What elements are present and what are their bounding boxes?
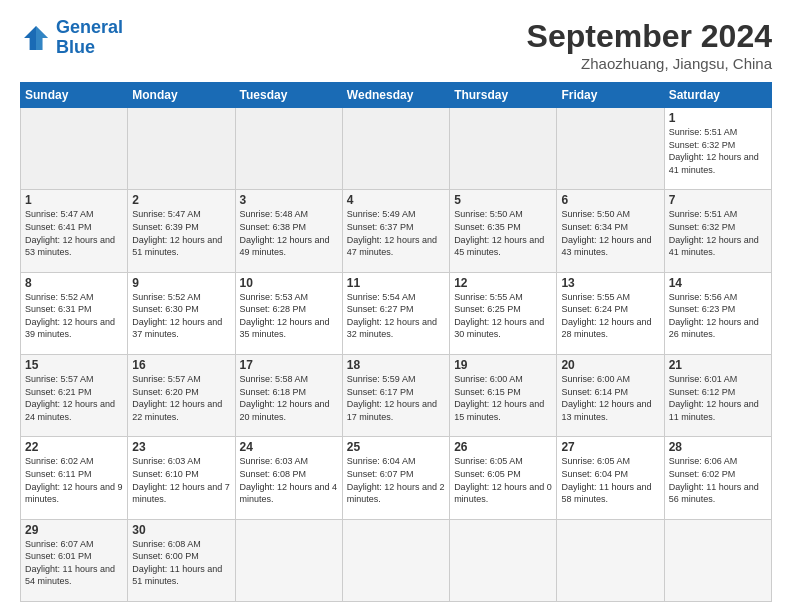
calendar-cell: 12 Sunrise: 5:55 AM Sunset: 6:25 PM Dayl… [450,272,557,354]
day-info: Sunrise: 5:52 AM Sunset: 6:31 PM Dayligh… [25,291,123,341]
subtitle: Zhaozhuang, Jiangsu, China [527,55,772,72]
day-number: 1 [669,111,767,125]
calendar-cell [128,108,235,190]
calendar-day-header: Wednesday [342,83,449,108]
day-number: 24 [240,440,338,454]
day-number: 4 [347,193,445,207]
day-info: Sunrise: 6:03 AM Sunset: 6:08 PM Dayligh… [240,455,338,505]
calendar-cell: 29 Sunrise: 6:07 AM Sunset: 6:01 PM Dayl… [21,519,128,601]
calendar-cell [342,519,449,601]
day-number: 22 [25,440,123,454]
day-number: 2 [132,193,230,207]
calendar-cell: 4 Sunrise: 5:49 AM Sunset: 6:37 PM Dayli… [342,190,449,272]
logo: General Blue [20,18,123,58]
day-info: Sunrise: 6:03 AM Sunset: 6:10 PM Dayligh… [132,455,230,505]
day-number: 30 [132,523,230,537]
page: General Blue September 2024 Zhaozhuang, … [0,0,792,612]
calendar-cell: 17 Sunrise: 5:58 AM Sunset: 6:18 PM Dayl… [235,354,342,436]
day-info: Sunrise: 6:00 AM Sunset: 6:15 PM Dayligh… [454,373,552,423]
day-number: 27 [561,440,659,454]
calendar-cell [450,519,557,601]
calendar-cell: 10 Sunrise: 5:53 AM Sunset: 6:28 PM Dayl… [235,272,342,354]
day-info: Sunrise: 5:48 AM Sunset: 6:38 PM Dayligh… [240,208,338,258]
calendar-cell: 27 Sunrise: 6:05 AM Sunset: 6:04 PM Dayl… [557,437,664,519]
calendar-cell: 8 Sunrise: 5:52 AM Sunset: 6:31 PM Dayli… [21,272,128,354]
day-info: Sunrise: 5:49 AM Sunset: 6:37 PM Dayligh… [347,208,445,258]
calendar-week-row: 8 Sunrise: 5:52 AM Sunset: 6:31 PM Dayli… [21,272,772,354]
calendar-cell: 18 Sunrise: 5:59 AM Sunset: 6:17 PM Dayl… [342,354,449,436]
calendar-day-header: Friday [557,83,664,108]
calendar-day-header: Saturday [664,83,771,108]
day-number: 5 [454,193,552,207]
calendar-cell: 22 Sunrise: 6:02 AM Sunset: 6:11 PM Dayl… [21,437,128,519]
calendar-cell: 6 Sunrise: 5:50 AM Sunset: 6:34 PM Dayli… [557,190,664,272]
calendar-cell: 16 Sunrise: 5:57 AM Sunset: 6:20 PM Dayl… [128,354,235,436]
day-info: Sunrise: 6:06 AM Sunset: 6:02 PM Dayligh… [669,455,767,505]
day-number: 21 [669,358,767,372]
day-info: Sunrise: 5:56 AM Sunset: 6:23 PM Dayligh… [669,291,767,341]
day-number: 16 [132,358,230,372]
calendar-header-row: SundayMondayTuesdayWednesdayThursdayFrid… [21,83,772,108]
calendar-week-row: 1 Sunrise: 5:51 AM Sunset: 6:32 PM Dayli… [21,108,772,190]
day-number: 13 [561,276,659,290]
day-number: 17 [240,358,338,372]
calendar-cell: 21 Sunrise: 6:01 AM Sunset: 6:12 PM Dayl… [664,354,771,436]
day-number: 3 [240,193,338,207]
day-info: Sunrise: 5:52 AM Sunset: 6:30 PM Dayligh… [132,291,230,341]
day-number: 19 [454,358,552,372]
day-info: Sunrise: 6:02 AM Sunset: 6:11 PM Dayligh… [25,455,123,505]
day-info: Sunrise: 5:57 AM Sunset: 6:21 PM Dayligh… [25,373,123,423]
day-number: 23 [132,440,230,454]
calendar-week-row: 29 Sunrise: 6:07 AM Sunset: 6:01 PM Dayl… [21,519,772,601]
day-info: Sunrise: 5:47 AM Sunset: 6:41 PM Dayligh… [25,208,123,258]
logo-icon [20,22,52,54]
day-number: 14 [669,276,767,290]
calendar-cell: 25 Sunrise: 6:04 AM Sunset: 6:07 PM Dayl… [342,437,449,519]
day-info: Sunrise: 5:55 AM Sunset: 6:25 PM Dayligh… [454,291,552,341]
logo-text: General Blue [56,18,123,58]
calendar-cell [557,108,664,190]
day-info: Sunrise: 6:01 AM Sunset: 6:12 PM Dayligh… [669,373,767,423]
day-info: Sunrise: 6:07 AM Sunset: 6:01 PM Dayligh… [25,538,123,588]
day-info: Sunrise: 5:53 AM Sunset: 6:28 PM Dayligh… [240,291,338,341]
day-number: 18 [347,358,445,372]
calendar-cell: 15 Sunrise: 5:57 AM Sunset: 6:21 PM Dayl… [21,354,128,436]
day-number: 20 [561,358,659,372]
calendar-cell: 19 Sunrise: 6:00 AM Sunset: 6:15 PM Dayl… [450,354,557,436]
day-number: 12 [454,276,552,290]
calendar-cell: 1 Sunrise: 5:51 AM Sunset: 6:32 PM Dayli… [664,108,771,190]
calendar-cell: 11 Sunrise: 5:54 AM Sunset: 6:27 PM Dayl… [342,272,449,354]
calendar-cell: 7 Sunrise: 5:51 AM Sunset: 6:32 PM Dayli… [664,190,771,272]
calendar-cell: 26 Sunrise: 6:05 AM Sunset: 6:05 PM Dayl… [450,437,557,519]
day-number: 8 [25,276,123,290]
day-info: Sunrise: 5:58 AM Sunset: 6:18 PM Dayligh… [240,373,338,423]
calendar-week-row: 22 Sunrise: 6:02 AM Sunset: 6:11 PM Dayl… [21,437,772,519]
day-info: Sunrise: 6:00 AM Sunset: 6:14 PM Dayligh… [561,373,659,423]
day-info: Sunrise: 6:04 AM Sunset: 6:07 PM Dayligh… [347,455,445,505]
day-info: Sunrise: 5:55 AM Sunset: 6:24 PM Dayligh… [561,291,659,341]
calendar-cell: 2 Sunrise: 5:47 AM Sunset: 6:39 PM Dayli… [128,190,235,272]
calendar-cell: 28 Sunrise: 6:06 AM Sunset: 6:02 PM Dayl… [664,437,771,519]
day-info: Sunrise: 6:08 AM Sunset: 6:00 PM Dayligh… [132,538,230,588]
day-info: Sunrise: 5:59 AM Sunset: 6:17 PM Dayligh… [347,373,445,423]
calendar-day-header: Sunday [21,83,128,108]
calendar-cell: 9 Sunrise: 5:52 AM Sunset: 6:30 PM Dayli… [128,272,235,354]
calendar-cell: 13 Sunrise: 5:55 AM Sunset: 6:24 PM Dayl… [557,272,664,354]
logo-blue: Blue [56,37,95,57]
calendar-cell: 1 Sunrise: 5:47 AM Sunset: 6:41 PM Dayli… [21,190,128,272]
calendar-cell [450,108,557,190]
day-info: Sunrise: 6:05 AM Sunset: 6:05 PM Dayligh… [454,455,552,505]
calendar-week-row: 15 Sunrise: 5:57 AM Sunset: 6:21 PM Dayl… [21,354,772,436]
calendar-table: SundayMondayTuesdayWednesdayThursdayFrid… [20,82,772,602]
main-title: September 2024 [527,18,772,55]
calendar-cell: 30 Sunrise: 6:08 AM Sunset: 6:00 PM Dayl… [128,519,235,601]
calendar-cell [21,108,128,190]
logo-general: General [56,17,123,37]
day-info: Sunrise: 5:57 AM Sunset: 6:20 PM Dayligh… [132,373,230,423]
header: General Blue September 2024 Zhaozhuang, … [20,18,772,72]
day-number: 29 [25,523,123,537]
calendar-cell [557,519,664,601]
calendar-day-header: Tuesday [235,83,342,108]
calendar-cell [342,108,449,190]
day-number: 26 [454,440,552,454]
